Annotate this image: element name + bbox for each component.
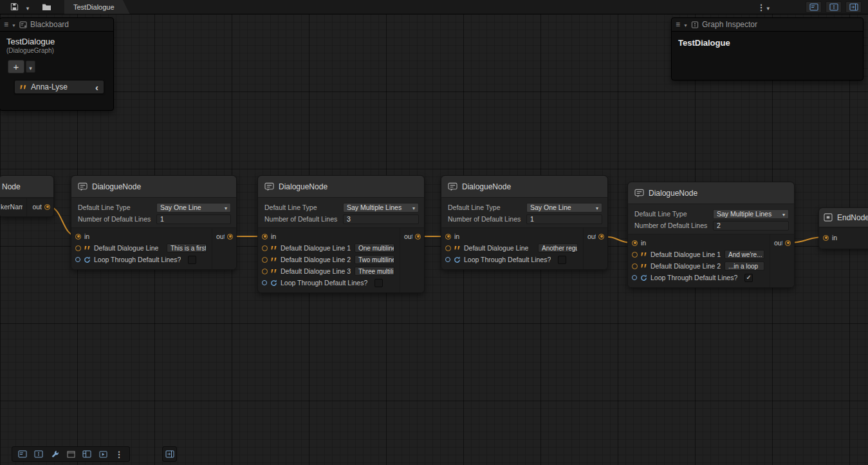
node-title[interactable]: Node: [0, 176, 53, 198]
inspector-toggle-button[interactable]: [32, 448, 46, 460]
node-title-label: DialogueNode: [279, 182, 328, 191]
out-port-label: out: [587, 232, 596, 240]
loop-port[interactable]: [445, 257, 450, 262]
blackboard-panel[interactable]: Blackboard TestDialogue (DialogueGraph) …: [0, 17, 114, 111]
open-asset-button[interactable]: [39, 1, 54, 14]
board-panel-button[interactable]: [80, 448, 94, 460]
dialogue-node-icon: [448, 182, 457, 191]
detached-panel-button[interactable]: [162, 446, 177, 462]
dialogue-line-field[interactable]: ...in a loop: [725, 261, 764, 270]
node-title[interactable]: DialogueNode: [71, 176, 236, 198]
toggle-inspector-button[interactable]: [826, 1, 842, 13]
prop-label: Number of Default Lines: [77, 215, 156, 223]
tools-button[interactable]: [48, 448, 62, 460]
node-title[interactable]: DialogueNode: [258, 176, 424, 198]
loop-icon: [270, 280, 277, 287]
line-type-dropdown[interactable]: Say One Line: [526, 203, 602, 213]
preview-button[interactable]: [96, 448, 110, 460]
foldout-arrow-icon[interactable]: [12, 20, 16, 29]
save-button[interactable]: [8, 1, 21, 14]
drag-handle-icon[interactable]: [4, 20, 8, 29]
line-port[interactable]: [262, 257, 268, 263]
loop-checkbox[interactable]: [374, 279, 383, 287]
num-default-lines-field[interactable]: 3: [343, 214, 419, 224]
overflow-menu-button[interactable]: [754, 1, 772, 14]
loop-checkbox[interactable]: ✓: [744, 274, 753, 282]
end-node[interactable]: EndNode in: [818, 207, 868, 249]
in-port[interactable]: [262, 234, 268, 240]
out-port[interactable]: [785, 240, 791, 246]
loop-checkbox[interactable]: [188, 256, 196, 264]
top-toolbar: TestDialogue: [0, 0, 868, 14]
toggle-blackboard-button[interactable]: [806, 1, 822, 13]
dialogue-line-field[interactable]: This is a first: [167, 243, 207, 252]
kebab-menu-icon: [757, 1, 765, 13]
in-port[interactable]: [445, 234, 451, 240]
dialogue-line-field[interactable]: And we're...: [725, 250, 764, 259]
loop-port[interactable]: [75, 257, 80, 262]
quote-icon: [84, 245, 91, 251]
line-port[interactable]: [632, 252, 638, 258]
num-default-lines-field[interactable]: 1: [156, 214, 231, 224]
line-port[interactable]: [445, 245, 451, 251]
line-port[interactable]: [632, 263, 638, 269]
dialogue-line-field[interactable]: One multiline: [355, 243, 394, 252]
out-port[interactable]: [227, 234, 233, 240]
loop-label: Loop Through Default Lines?: [651, 274, 737, 281]
save-options-button[interactable]: [21, 1, 34, 14]
loop-checkbox[interactable]: [558, 256, 566, 264]
graph-tab[interactable]: TestDialogue: [64, 0, 130, 14]
speaker-node[interactable]: Node kerName out: [0, 175, 54, 217]
graph-inspector-panel[interactable]: Graph Inspector TestDialogue: [671, 17, 863, 81]
exposed-property-anna-lyse[interactable]: Anna-Lyse: [14, 80, 104, 94]
dialogue-line-field[interactable]: Another regu: [538, 243, 578, 252]
line-label: Default Dialogue Line 1: [281, 244, 351, 252]
line-port[interactable]: [262, 269, 268, 274]
toggle-preview-panel-button[interactable]: [845, 1, 862, 13]
prop-label: Number of Default Lines: [263, 215, 343, 223]
in-port-label: in: [832, 234, 837, 242]
collapse-chevron-icon[interactable]: [95, 82, 98, 93]
dropdown-value: Say Multiple Lines: [347, 204, 402, 211]
dialogue-node-2[interactable]: DialogueNode Default Line Type Say Multi…: [257, 175, 425, 293]
inspector-icon: [34, 450, 43, 458]
dialogue-node-4[interactable]: DialogueNode Default Line Type Say Multi…: [627, 182, 795, 288]
in-port-label: in: [454, 232, 459, 240]
chevron-down-icon: [596, 204, 598, 211]
node-title[interactable]: EndNode: [819, 208, 868, 227]
foldout-arrow-icon[interactable]: [683, 20, 688, 29]
toolbar-overflow-button[interactable]: [112, 448, 126, 460]
line-type-dropdown[interactable]: Say One Line: [156, 203, 231, 213]
dialogue-node-1[interactable]: DialogueNode Default Line Type Say One L…: [71, 175, 237, 270]
dialogue-node-3[interactable]: DialogueNode Default Line Type Say One L…: [441, 175, 608, 270]
line-port[interactable]: [75, 245, 81, 251]
line-type-dropdown[interactable]: Say Multiple Lines: [343, 203, 419, 213]
out-port[interactable]: [598, 234, 604, 240]
loop-port[interactable]: [632, 275, 637, 280]
node-title[interactable]: DialogueNode: [628, 182, 794, 204]
node-title[interactable]: DialogueNode: [441, 176, 607, 198]
out-port[interactable]: [44, 204, 50, 210]
panel-title: Blackboard: [30, 20, 69, 29]
add-property-dropdown[interactable]: [26, 61, 35, 73]
out-port[interactable]: [415, 234, 421, 240]
blackboard-toggle-button[interactable]: [15, 448, 30, 460]
add-property-button[interactable]: +: [8, 60, 24, 73]
in-port-label: in: [641, 239, 646, 247]
num-default-lines-field[interactable]: 1: [526, 214, 602, 224]
dialogue-line-field[interactable]: Two multiline: [355, 255, 394, 264]
in-port[interactable]: [632, 240, 638, 246]
line-type-dropdown[interactable]: Say Multiple Lines: [713, 209, 789, 219]
out-port-label: out: [404, 232, 412, 240]
panel-title: Graph Inspector: [702, 20, 757, 29]
in-port[interactable]: [823, 235, 829, 241]
loop-port[interactable]: [262, 280, 267, 285]
line-port[interactable]: [262, 245, 268, 251]
in-port[interactable]: [75, 234, 81, 240]
drag-handle-icon[interactable]: [676, 20, 680, 29]
chevron-down-icon: [29, 61, 32, 73]
graph-tab-label: TestDialogue: [73, 3, 115, 11]
num-default-lines-field[interactable]: 2: [713, 221, 789, 231]
dialogue-line-field[interactable]: Three multili: [355, 267, 394, 276]
window-button[interactable]: [64, 448, 78, 460]
